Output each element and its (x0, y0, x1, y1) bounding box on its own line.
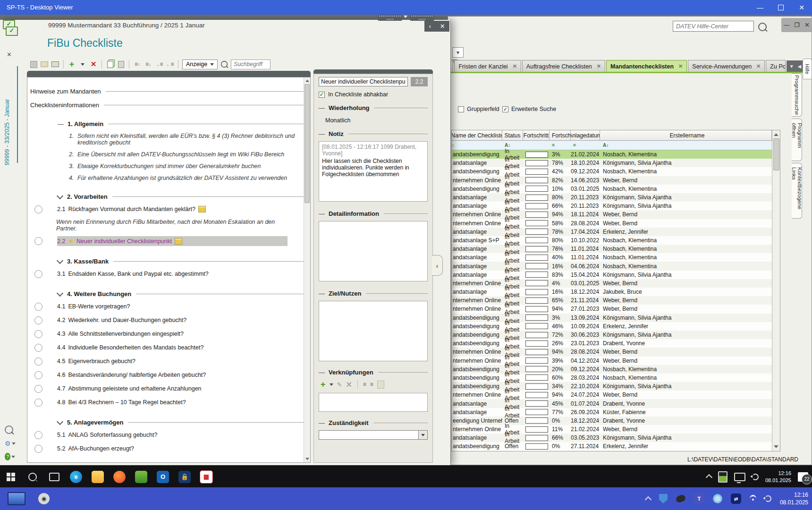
checklist-item[interactable]: 4.3Alle Schnittstellenverbindungen einge… (34, 329, 310, 339)
link-doc-icon[interactable] (377, 381, 384, 389)
tab-auftragsfreie-checklisten[interactable]: Auftragsfreie Checklisten✕ (522, 60, 605, 72)
tab-close-icon[interactable]: ✕ (513, 63, 517, 69)
copy-icon[interactable] (106, 60, 114, 68)
add-link-dropdown[interactable] (330, 383, 333, 386)
table-row[interactable]: andatsanlageIn Arbeit16%04.06.2024Nosbac… (452, 262, 772, 270)
network-icon[interactable] (734, 473, 745, 481)
viewer-eye-icon[interactable]: ◉ (33, 488, 55, 510)
table-row[interactable]: andatsbeendigungIn Arbeit42%09.12.2024No… (452, 167, 772, 176)
checklist-item[interactable]: 2.1Rückfragen Vormonat durch Mandanten g… (34, 204, 310, 214)
item-radio[interactable] (34, 205, 42, 213)
paste-icon[interactable] (117, 60, 125, 68)
table-row[interactable]: nternehmen Online Neuanla...In Arbeit58%… (452, 219, 772, 228)
table-row[interactable]: nternehmen Online Neuanla...In Arbeit94%… (452, 305, 772, 313)
outdent-icon[interactable]: ←≡ (166, 60, 174, 68)
table-row[interactable]: andatsbeendigungIn Arbeit26%23.01.2023Dr… (452, 339, 772, 348)
table-row[interactable]: nternehmen Online Neuanla...In Arbeit65%… (452, 296, 772, 305)
table-row[interactable]: nternehmen Online Neuanla...In Arbeit11%… (452, 425, 772, 434)
panel-collapse-handle[interactable]: ‹ (432, 255, 443, 276)
sync-app-icon[interactable] (713, 494, 722, 503)
help-search-icon[interactable] (758, 23, 767, 31)
chevron-down-icon[interactable] (57, 257, 63, 264)
table-row[interactable]: nternehmen Online Neuanla...In Arbeit94%… (452, 391, 772, 399)
checklist-item[interactable]: 5.1ANLAG Soforterfassung gebucht? (34, 430, 310, 440)
tab-fristen-der-kanzlei[interactable]: Fristen der Kanzlei✕ (454, 60, 521, 72)
checklist-section-header[interactable]: —1. Allgemein (58, 120, 310, 128)
checklist-section-header[interactable]: 2. Vorarbeiten (58, 193, 310, 200)
item-radio[interactable] (34, 344, 42, 352)
remote-clock[interactable]: 12:16 08.01.2025 (765, 470, 791, 484)
datev-help-search-input[interactable] (673, 21, 754, 32)
table-row[interactable]: andatsbeendigungIn Arbeit3%21.02.2024Nos… (452, 150, 772, 159)
checklist-item[interactable]: 2.2★Neuer individueller Checklistenpunkt (34, 236, 310, 246)
checklist-scrollbar[interactable] (304, 77, 310, 462)
chevron-down-icon[interactable] (57, 192, 63, 199)
table-row[interactable]: andatsanlageIn Arbeit76%11.01.2024Nosbac… (452, 245, 772, 253)
notification-center-icon[interactable]: 22 (798, 472, 808, 482)
delete-item-button[interactable]: ✕ (89, 60, 98, 68)
table-row[interactable]: andatsbeendigungOffen0%27.11.2024Erkelen… (452, 442, 772, 450)
side-tab-programmsuche[interactable]: Programmsuche (792, 73, 802, 117)
item-row-inner[interactable]: 5.1ANLAG Soforterfassung gebucht? (57, 430, 161, 440)
start-button[interactable] (0, 466, 22, 488)
item-radio[interactable] (34, 303, 42, 311)
detailinformation-textarea[interactable] (319, 221, 428, 281)
rail-close-icon[interactable]: ✕ (7, 51, 12, 58)
table-row[interactable]: nternehmen Online Neuanla...In Arbeit4%0… (452, 279, 772, 288)
abhakbar-checkbox[interactable]: ✓ (319, 92, 325, 98)
note-icon[interactable] (175, 238, 182, 245)
item-row-inner[interactable]: 4.7Abstimmung geleistete und erhaltene A… (57, 384, 205, 393)
checklist-group-header[interactable]: Hinweise zum Mandanten (30, 88, 310, 95)
item-row-inner[interactable]: 5.2AfA-Buchungen erzeugt? (57, 444, 138, 453)
wiederholung-value[interactable]: Monatlich (325, 117, 428, 124)
local-clock[interactable]: 12:16 08.01.2025 (780, 491, 808, 506)
fibu-close-button[interactable]: ✕ (440, 23, 445, 30)
item-radio[interactable] (34, 316, 42, 324)
teams-icon[interactable]: T (694, 493, 704, 504)
item-radio[interactable] (34, 445, 42, 453)
checklist-item[interactable]: 4.8Bei 4/3 Rechnern – 10 Tage Regel beac… (34, 398, 310, 407)
remote-session-icon[interactable] (0, 488, 33, 510)
local-tray-expand-icon[interactable] (645, 496, 651, 502)
scroll-down-icon[interactable] (774, 445, 778, 448)
table-row[interactable]: andatsanlageIn Arbeit66%03.05.2023Königs… (452, 434, 772, 442)
item-radio[interactable] (34, 399, 42, 407)
table-row[interactable]: nternehmen Online Neuanla...In Arbeit94%… (452, 210, 772, 219)
volume-icon[interactable] (752, 474, 759, 480)
table-row[interactable]: andatsanlageIn Arbeit66%20.11.2023Königs… (452, 202, 772, 210)
item-title-input[interactable] (319, 77, 408, 86)
dock-handle-left[interactable] (378, 15, 402, 21)
table-filter-row[interactable]: ↕ A↕ = = A↕ (452, 141, 772, 150)
table-row[interactable]: nternehmen Online Neuanla...In Arbeit39%… (452, 357, 772, 365)
item-radio[interactable] (34, 357, 42, 366)
table-row[interactable]: andatsanlageIn Arbeit80%20.11.2023Königs… (452, 193, 772, 202)
table-row[interactable]: andatsbeendigungIn Arbeit34%22.10.2024Kö… (452, 382, 772, 391)
table-scrollbar[interactable] (772, 130, 780, 451)
table-row[interactable]: andatsbeendigungIn Arbeit60%28.03.2024No… (452, 374, 772, 382)
tab-scroll-left-icon[interactable]: ◀ (798, 64, 802, 69)
note-icon[interactable] (198, 206, 206, 212)
item-row-inner[interactable]: 2.2★Neuer individueller Checklistenpunkt (57, 236, 288, 246)
datev-close-button[interactable]: ✕ (805, 22, 810, 28)
table-row[interactable]: andatsbeendigungIn Arbeit10%03.01.2025No… (452, 185, 772, 193)
local-volume-icon[interactable] (765, 495, 771, 502)
indent-icon[interactable]: →≡ (155, 60, 163, 68)
table-row[interactable]: andatsbeendigungIn Arbeit20%09.12.2024No… (452, 365, 772, 374)
item-row-inner[interactable]: 4.1EB-Werte vorgetragen? (57, 302, 134, 311)
table-row[interactable]: nternehmen Online Neuanla...In Arbeit94%… (452, 348, 772, 356)
column-header-status[interactable]: Status (502, 130, 523, 140)
checklist-item[interactable]: 4.1EB-Werte vorgetragen? (34, 302, 310, 311)
outlook-icon[interactable]: O (152, 466, 174, 488)
link-down-icon[interactable]: ≡ (370, 381, 373, 388)
shield-icon[interactable] (659, 494, 668, 503)
muted-device-icon[interactable] (675, 494, 686, 503)
side-tab-programm-oeffnen[interactable]: Programm öffnen (792, 119, 802, 161)
verknuepfungen-list[interactable] (319, 393, 428, 412)
table-row[interactable]: andatsbeendigungIn Arbeit3%13.09.2024Kön… (452, 314, 772, 322)
column-header-name[interactable]: Name der Checkliste (452, 130, 502, 140)
viewer-minimize-button[interactable]: — (750, 0, 770, 15)
rail-help-icon[interactable]: ? (5, 451, 15, 462)
item-radio[interactable] (34, 371, 42, 379)
add-item-dropdown[interactable] (78, 60, 87, 68)
column-header-fortschr[interactable]: Fortschr... (550, 130, 571, 140)
